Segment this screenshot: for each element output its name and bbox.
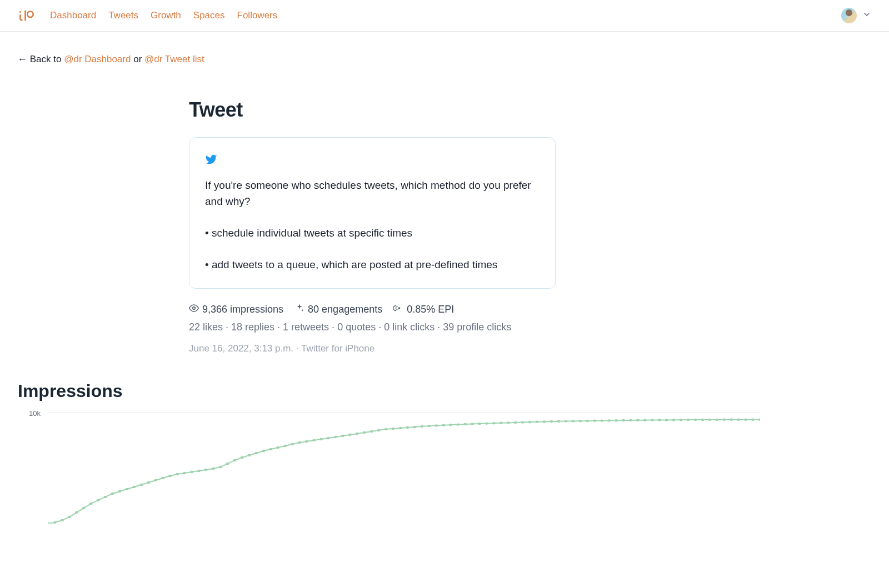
- nav-spaces[interactable]: Spaces: [193, 10, 225, 21]
- svg-point-45: [341, 435, 344, 437]
- back-to-label: Back to: [30, 54, 62, 64]
- svg-point-11: [97, 499, 100, 501]
- svg-point-80: [593, 419, 596, 421]
- svg-point-69: [514, 421, 517, 424]
- svg-point-5: [53, 521, 57, 524]
- svg-point-13: [111, 492, 114, 495]
- breadcrumb: ← Back to @dr Dashboard or @dr Tweet lis…: [18, 54, 760, 65]
- svg-point-34: [262, 450, 266, 452]
- svg-point-19: [154, 479, 157, 481]
- back-tweet-list-link[interactable]: @dr Tweet list: [144, 54, 204, 64]
- svg-point-61: [456, 423, 460, 425]
- stats-secondary: 22 likes · 18 replies · 1 retweets · 0 q…: [189, 319, 556, 335]
- svg-point-32: [248, 454, 251, 456]
- svg-point-37: [283, 445, 287, 447]
- chart-plot: [48, 413, 760, 524]
- svg-point-94: [694, 419, 697, 421]
- engagements-value: 80 engagements: [308, 304, 382, 315]
- svg-point-76: [565, 420, 568, 422]
- stats-primary: 9,366 impressions 80 engagements 0.85% E…: [189, 303, 556, 316]
- svg-point-49: [370, 430, 373, 433]
- nav-growth[interactable]: Growth: [151, 10, 181, 21]
- page-title: Tweet: [189, 98, 556, 122]
- logo[interactable]: [18, 8, 34, 23]
- svg-point-14: [118, 490, 122, 492]
- svg-point-33: [255, 452, 258, 454]
- svg-point-67: [500, 421, 503, 424]
- signal-icon: [393, 303, 403, 316]
- chevron-down-icon[interactable]: [862, 10, 871, 21]
- svg-point-30: [233, 459, 237, 461]
- nav-followers[interactable]: Followers: [237, 10, 278, 21]
- svg-point-58: [435, 424, 438, 426]
- svg-point-87: [643, 419, 647, 421]
- svg-point-79: [586, 420, 589, 422]
- svg-point-42: [319, 438, 323, 440]
- svg-point-98: [722, 418, 726, 420]
- impressions-value: 9,366 impressions: [202, 304, 283, 315]
- svg-point-71: [528, 421, 532, 423]
- svg-point-29: [226, 463, 229, 465]
- main-nav: Dashboard Tweets Growth Spaces Followers: [50, 10, 841, 21]
- svg-point-62: [463, 423, 467, 425]
- svg-point-43: [327, 437, 330, 439]
- svg-point-10: [89, 502, 93, 505]
- svg-point-46: [348, 434, 352, 436]
- svg-point-7: [68, 516, 71, 518]
- svg-point-103: [758, 418, 760, 420]
- svg-point-59: [442, 424, 445, 426]
- svg-point-90: [665, 419, 668, 421]
- svg-point-24: [190, 471, 193, 473]
- svg-point-97: [715, 418, 718, 420]
- avatar[interactable]: [841, 8, 857, 23]
- nav-dashboard[interactable]: Dashboard: [50, 10, 96, 21]
- svg-point-22: [176, 473, 179, 475]
- header-right: [841, 8, 871, 23]
- tweet-stats: 9,366 impressions 80 engagements 0.85% E…: [189, 303, 556, 354]
- svg-point-86: [636, 419, 640, 421]
- svg-point-17: [140, 484, 143, 486]
- svg-point-44: [334, 436, 337, 438]
- svg-point-40: [305, 440, 308, 443]
- svg-point-57: [428, 425, 431, 427]
- svg-point-20: [161, 477, 164, 479]
- svg-point-12: [104, 496, 107, 498]
- svg-point-60: [449, 424, 452, 426]
- svg-point-16: [133, 486, 136, 488]
- stat-epi: 0.85% EPI: [393, 303, 454, 316]
- nav-tweets[interactable]: Tweets: [108, 10, 138, 21]
- svg-point-50: [377, 429, 381, 431]
- svg-point-36: [277, 446, 280, 449]
- stat-impressions: 9,366 impressions: [189, 303, 283, 316]
- svg-point-9: [82, 507, 86, 509]
- twitter-icon[interactable]: [205, 153, 540, 168]
- svg-point-81: [600, 419, 603, 421]
- svg-point-64: [478, 423, 481, 425]
- sparkle-icon: [294, 303, 304, 316]
- svg-point-0: [19, 11, 21, 13]
- svg-point-2: [193, 307, 196, 310]
- svg-point-85: [629, 419, 632, 421]
- svg-point-93: [687, 419, 690, 421]
- impressions-chart: 10k: [18, 413, 760, 524]
- svg-point-26: [204, 469, 208, 471]
- svg-point-66: [492, 422, 496, 424]
- svg-point-96: [708, 418, 712, 420]
- svg-point-15: [126, 488, 129, 490]
- svg-point-41: [312, 439, 316, 441]
- svg-point-74: [550, 420, 553, 423]
- svg-point-28: [219, 466, 222, 468]
- svg-point-75: [557, 420, 561, 422]
- svg-point-89: [658, 419, 661, 421]
- header: Dashboard Tweets Growth Spaces Followers: [0, 0, 889, 32]
- svg-point-39: [298, 441, 301, 444]
- svg-point-68: [507, 421, 510, 424]
- svg-point-1: [27, 12, 33, 18]
- svg-point-53: [399, 427, 402, 429]
- back-dashboard-link[interactable]: @dr Dashboard: [64, 54, 131, 64]
- svg-point-35: [269, 448, 273, 450]
- svg-point-21: [168, 475, 172, 477]
- svg-point-18: [147, 481, 150, 484]
- svg-point-70: [521, 421, 525, 423]
- gridline: [48, 413, 760, 413]
